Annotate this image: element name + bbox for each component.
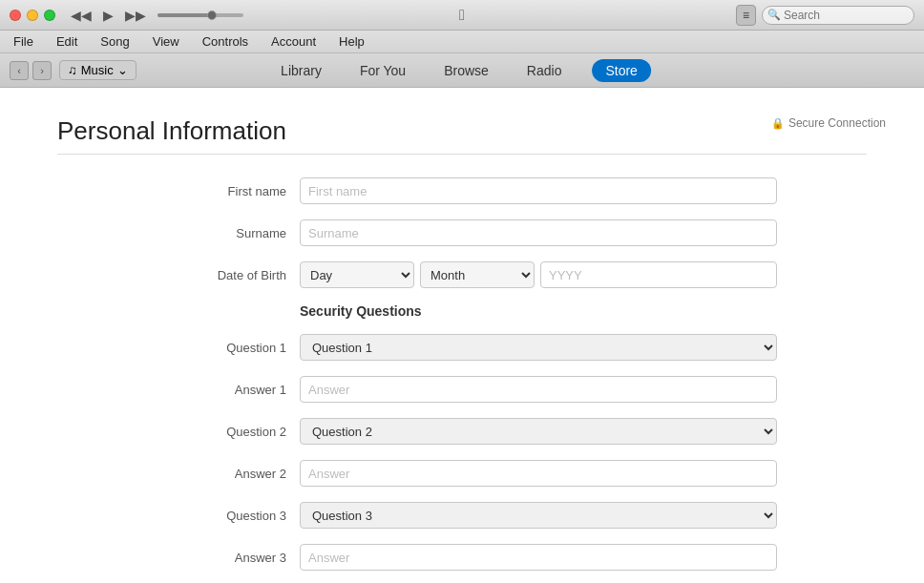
menu-controls[interactable]: Controls [199,32,252,51]
dob-row: Date of Birth Day 12345 678910 111213141… [147,261,777,288]
first-name-label: First name [147,184,300,198]
main-content: 🔒 Secure Connection Personal Information… [0,88,924,583]
dob-year-input[interactable] [540,261,777,288]
nav-arrows: ‹ › [10,61,52,80]
surname-row: Surname [147,219,777,246]
nav-bar: ‹ › ♫ Music ⌄ Library For You Browse Rad… [0,53,924,88]
answer1-input[interactable] [300,376,777,403]
personal-info-form: First name Surname Date of Birth Day 123… [147,177,777,571]
divider [57,154,867,155]
chevron-down-icon: ⌄ [117,63,128,77]
window-controls [10,10,55,21]
answer1-label: Answer 1 [147,383,300,397]
question3-row: Question 3 Question 3 What was your chil… [147,502,777,529]
page-title: Personal Information [57,116,867,146]
apple-logo:  [459,7,465,24]
search-icon: 🔍 [767,9,781,21]
maximize-button[interactable] [44,10,55,21]
menu-bar: File Edit Song View Controls Account Hel… [0,31,924,53]
close-button[interactable] [10,10,21,21]
dob-label: Date of Birth [147,268,300,282]
menu-account[interactable]: Account [267,32,320,51]
menu-view[interactable]: View [149,32,183,51]
search-input[interactable] [762,6,914,25]
answer2-row: Answer 2 [147,460,777,487]
rewind-button[interactable]: ◀◀ [67,6,95,25]
music-note-icon: ♫ [68,63,77,77]
music-label: Music [81,63,114,77]
lock-icon: 🔒 [771,117,785,130]
search-wrapper: 🔍 [762,6,914,25]
dob-month-select[interactable]: Month JanuaryFebruaryMarchApril MayJuneJ… [420,261,535,288]
answer3-input[interactable] [300,544,777,571]
answer3-label: Answer 3 [147,551,300,565]
minimize-button[interactable] [27,10,38,21]
first-name-row: First name [147,177,777,204]
play-button[interactable]: ▶ [99,6,117,25]
nav-store[interactable]: Store [592,59,650,82]
question1-row: Question 1 Question 1 What was the name … [147,334,777,361]
nav-library[interactable]: Library [273,59,329,82]
back-arrow[interactable]: ‹ [10,61,29,80]
forward-arrow[interactable]: › [32,61,52,80]
question2-row: Question 2 Question 2 What was the name … [147,418,777,445]
progress-bar[interactable] [158,13,243,17]
transport-controls: ◀◀ ▶ ▶▶ [67,6,243,25]
question3-label: Question 3 [147,509,300,523]
answer1-row: Answer 1 [147,376,777,403]
question2-label: Question 2 [147,425,300,439]
nav-foryou[interactable]: For You [352,59,413,82]
surname-label: Surname [147,226,300,240]
music-selector[interactable]: ♫ Music ⌄ [59,60,136,80]
nav-links: Library For You Browse Radio Store [273,59,651,82]
nav-browse[interactable]: Browse [436,59,496,82]
menu-button[interactable]: ≡ [736,5,756,26]
secure-connection: 🔒 Secure Connection [771,116,886,130]
answer3-row: Answer 3 [147,544,777,571]
menu-edit[interactable]: Edit [52,32,81,51]
secure-label: Secure Connection [788,116,886,130]
question1-select[interactable]: Question 1 What was the name of your fir… [300,334,777,361]
menu-file[interactable]: File [10,32,37,51]
forward-button[interactable]: ▶▶ [121,6,150,25]
surname-input[interactable] [300,219,777,246]
nav-radio[interactable]: Radio [519,59,570,82]
answer2-input[interactable] [300,460,777,487]
question2-select[interactable]: Question 2 What was the name of your ele… [300,418,777,445]
first-name-input[interactable] [300,177,777,204]
dob-selects: Day 12345 678910 1112131415 1617181920 2… [300,261,777,288]
menu-help[interactable]: Help [335,32,368,51]
menu-song[interactable]: Song [96,32,133,51]
progress-fill [158,13,209,17]
title-bar-right: ≡ 🔍 [736,5,914,26]
question3-select[interactable]: Question 3 What was your childhood nickn… [300,502,777,529]
answer2-label: Answer 2 [147,467,300,481]
title-bar: ◀◀ ▶ ▶▶  ≡ 🔍 [0,0,924,31]
security-section-title: Security Questions [300,303,777,319]
dob-day-select[interactable]: Day 12345 678910 1112131415 1617181920 2… [300,261,414,288]
question1-label: Question 1 [147,341,300,355]
progress-thumb [207,10,217,20]
